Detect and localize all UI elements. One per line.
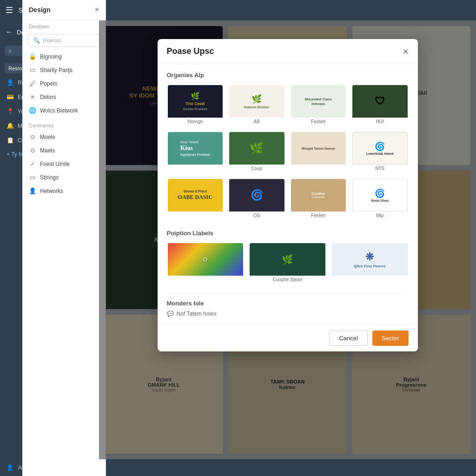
- design-panel-header: Design ×: [22, 0, 106, 20]
- design-item-label: Delors: [40, 94, 56, 100]
- globe-icon: 🌐: [29, 107, 36, 114]
- template-card-10[interactable]: Contdus Cdncenty Feefert: [290, 178, 347, 220]
- template-card-6[interactable]: Mouyst Tamor Garom: [290, 131, 347, 173]
- design-item-wolcs[interactable]: 🌐 Wolcs Bietwork: [22, 104, 106, 117]
- pen-icon: 🖊: [29, 80, 36, 87]
- home-icon: ⌂: [8, 48, 12, 53]
- template-card-label: Feefert: [291, 212, 346, 219]
- design-item-label: Bignoing: [40, 53, 62, 60]
- design-item-label: Wolcs Bietwork: [40, 107, 78, 114]
- modal-title: Poase Upsc: [167, 46, 214, 56]
- organics-section-title: Organies Alp: [167, 72, 409, 79]
- design-item-label: Sharlly Parijs: [40, 67, 73, 73]
- design-panel-title: Design: [29, 6, 51, 13]
- more-link-icon: 💬: [167, 311, 174, 317]
- circle-icon2: ⊙: [29, 147, 36, 154]
- main-layout: ← Dearines ⌂ T Helpst ≡ Resronno Mehow ▼…: [0, 20, 476, 459]
- design-conn-hetworks[interactable]: 👤 Hetworks: [22, 184, 106, 198]
- design-conn-stirings[interactable]: ▭ Stirings: [22, 171, 106, 184]
- design-panel: Design × Desttoes 🔍 Hoerao 🔒 Bignoing ▭ …: [22, 0, 106, 476]
- template-card-1[interactable]: 🌿 Nokem Bother AB: [228, 84, 285, 126]
- template-grid: 🌿 Tno Cead Grean Kunket Hornge: [167, 84, 409, 220]
- design-conn-foest[interactable]: ✓ Foest Umile: [22, 157, 106, 171]
- template-card-label: NTS: [352, 165, 408, 172]
- design-conn-moele[interactable]: ⊙ Moele: [22, 130, 106, 144]
- design-conn-label: Maels: [40, 147, 55, 154]
- content-area: NEWI STACMESY IDOM TAR OLFBELSLimera Ior…: [99, 20, 476, 459]
- design-panel-close-button[interactable]: ×: [95, 6, 99, 14]
- template-card-5[interactable]: 🌿 Coup: [228, 131, 285, 173]
- design-conn-label: Moele: [40, 134, 55, 140]
- info-card-label: [168, 276, 244, 278]
- more-section: Monders Iole 💬 Nof Tatem holes: [167, 294, 409, 317]
- bottom-bar-icon: 👤: [7, 464, 13, 471]
- cancel-button[interactable]: Cancel: [329, 331, 367, 346]
- search-icon: 🔍: [33, 37, 40, 44]
- info-card-label: Conphe Sleart: [250, 276, 325, 284]
- template-card-label: Mip: [352, 212, 408, 219]
- modal-header: Poase Upsc ×: [158, 39, 418, 64]
- lock-icon: 🔒: [29, 53, 36, 60]
- person-icon: 👤: [7, 79, 14, 86]
- template-card-0[interactable]: 🌿 Tno Cead Grean Kunket Hornge: [167, 84, 224, 126]
- menu-icon[interactable]: ☰: [6, 5, 13, 15]
- design-item-delors[interactable]: ≡ Delors: [22, 90, 106, 104]
- check-icon: ✓: [29, 160, 36, 167]
- design-conn-label: Foest Umile: [40, 161, 70, 167]
- template-card-4[interactable]: Hnor Yelard Kios Applykors Frotland: [167, 131, 224, 173]
- modal-body: Organies Alp 🌿 Tno Cead Grean Kunket: [158, 64, 418, 324]
- design-conn-label: Stirings: [40, 174, 59, 181]
- design-panel-section-label: Desttoes: [22, 20, 106, 31]
- template-card-label: Coup: [229, 165, 284, 172]
- info-card-1[interactable]: 🌿 Conphe Sleart: [249, 242, 326, 284]
- template-card-label: [291, 165, 346, 167]
- bell-icon: 🔔: [7, 122, 14, 129]
- clipboard-icon: 📋: [7, 137, 14, 144]
- infographics-section-title: Poiption Llabels: [167, 230, 409, 237]
- back-button[interactable]: ←: [6, 28, 13, 36]
- design-item-label: Popets: [40, 80, 57, 87]
- connections-section-label: Corenanes: [22, 119, 106, 130]
- template-card-7[interactable]: 🌀 Loanrfolda Islend NTS: [351, 131, 409, 173]
- template-card-11[interactable]: 🌀 Nood Ghos Mip: [351, 178, 409, 220]
- template-card-9[interactable]: 🌀 OS: [228, 178, 285, 220]
- template-card-label: OS: [229, 212, 284, 219]
- template-card-label: Hornge: [168, 118, 223, 126]
- select-button[interactable]: Secter: [372, 331, 409, 346]
- template-card-label: AB: [229, 118, 284, 126]
- design-item-bignoing[interactable]: 🔒 Bignoing: [22, 50, 106, 63]
- info-card-label: [332, 276, 408, 278]
- template-card-2[interactable]: Moumted Cano Infream Fastert: [290, 84, 347, 126]
- more-section-title: Monders Iole: [167, 300, 409, 307]
- more-link-label: Nof Tatem holes: [177, 311, 217, 317]
- design-item-sharlly[interactable]: ▭ Sharlly Parijs: [22, 63, 106, 77]
- template-card-label: [168, 212, 223, 214]
- design-conn-label: Hetworks: [40, 188, 63, 194]
- info-card-2[interactable]: ❋ Qlick Four Foures: [331, 242, 409, 284]
- user-icon: 👤: [29, 187, 36, 194]
- template-card-label: HUI: [352, 118, 408, 126]
- design-panel-search[interactable]: 🔍 Hoerao: [28, 34, 100, 47]
- info-card-0[interactable]: ⬡: [167, 242, 245, 284]
- template-card-label: Fastert: [291, 118, 346, 126]
- infographic-grid: ⬡ 🌿 Conphe Sleart: [167, 242, 409, 284]
- modal-overlay: Poase Upsc × Organies Alp 🌿 Tno Cead: [99, 20, 476, 459]
- design-conn-maels[interactable]: ⊙ Maels: [22, 144, 106, 157]
- more-link[interactable]: 💬 Nof Tatem holes: [167, 311, 409, 317]
- modal-dialog: Poase Upsc × Organies Alp 🌿 Tno Cead: [158, 39, 418, 351]
- design-item-popets[interactable]: 🖊 Popets: [22, 77, 106, 90]
- search-placeholder: Hoerao: [43, 37, 61, 44]
- rect-icon2: ▭: [29, 174, 36, 181]
- pin-icon: 📍: [7, 108, 14, 115]
- modal-footer: Cancel Secter: [158, 324, 418, 351]
- template-card-8[interactable]: Simels & Phics OABE DASIC: [167, 178, 224, 220]
- card-icon: 💳: [7, 93, 14, 100]
- rect-icon: ▭: [29, 66, 36, 73]
- circle-icon: ⊙: [29, 133, 36, 140]
- modal-close-button[interactable]: ×: [403, 47, 409, 56]
- home-button[interactable]: ⌂: [5, 46, 25, 56]
- lines-icon: ≡: [29, 93, 36, 100]
- template-card-label: [168, 165, 223, 167]
- template-card-3[interactable]: 🛡 HUI: [351, 84, 409, 126]
